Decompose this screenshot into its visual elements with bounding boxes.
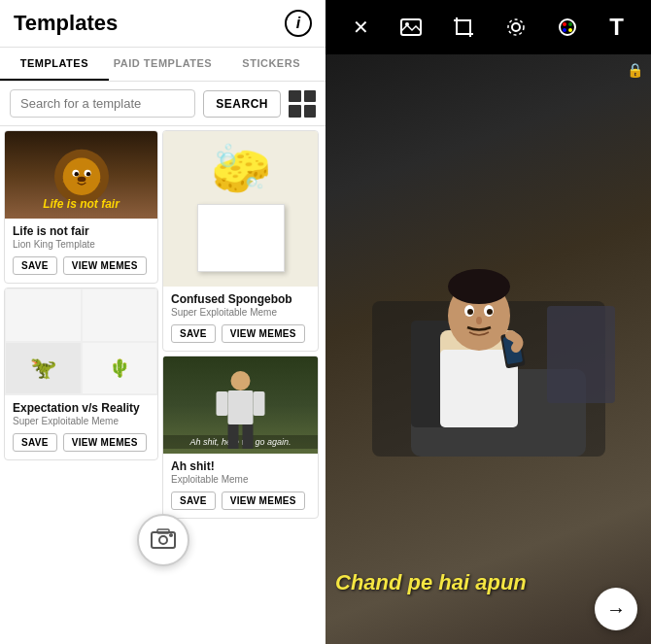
grid-cell (289, 90, 301, 103)
tab-stickers[interactable]: STICKERS (217, 48, 326, 81)
search-button[interactable]: SEARCH (203, 90, 281, 118)
svg-point-27 (568, 22, 572, 26)
fab-button[interactable] (137, 514, 189, 566)
svg-point-36 (448, 269, 510, 304)
grid-cell (304, 105, 317, 118)
book-area (197, 204, 285, 272)
svg-rect-15 (217, 391, 228, 416)
view-memes-button-spongebob[interactable]: VIEW MEMES (222, 324, 305, 343)
search-input[interactable] (10, 89, 195, 118)
exp-cell-dino: 🦖 (5, 342, 82, 395)
col-left: Life is not fair Life is not fair Lion K… (0, 126, 162, 644)
svg-point-20 (169, 533, 173, 537)
close-icon[interactable]: ✕ (353, 16, 369, 39)
meme-preview-area: 🔒 Chand pe hai apun (326, 54, 651, 644)
template-info-spongebob: Confused Spongebob Super Exploitable Mem… (163, 287, 318, 320)
settings-icon[interactable] (505, 17, 527, 38)
template-actions-gta: SAVE VIEW MEMES (163, 487, 318, 518)
watermark: 🔒 (627, 62, 643, 78)
svg-point-41 (476, 317, 482, 324)
exp-cell-2 (82, 288, 158, 342)
template-info-life: Life is not fair Lion King Template (5, 219, 157, 252)
meme-image-area: 🔒 (326, 54, 651, 644)
template-name-gta: Ah shit! (171, 459, 310, 473)
crop-icon[interactable] (453, 17, 474, 38)
meme-caption: Chand pe hai apun (335, 570, 641, 595)
svg-point-25 (560, 19, 575, 35)
grid-view-icon[interactable] (289, 90, 316, 118)
template-sub-gta: Exploitable Meme (171, 474, 310, 485)
svg-point-4 (74, 172, 78, 176)
template-info-expectation: Expectation v/s Reality Super Exploitabl… (5, 395, 157, 428)
template-name-expectation: Expectation v/s Reality (13, 401, 150, 415)
template-image-gta: Ah shit, here we go again. (163, 356, 318, 454)
template-name-life: Life is not fair (13, 224, 150, 238)
template-card-gta: Ah shit, here we go again. Ah shit! Expl… (162, 356, 319, 519)
template-name-spongebob: Confused Spongebob (171, 292, 310, 306)
save-button-spongebob[interactable]: SAVE (171, 324, 216, 343)
svg-point-39 (467, 309, 473, 315)
svg-point-24 (508, 19, 524, 35)
svg-rect-12 (228, 390, 254, 424)
template-image-spongebob: 🧽 (163, 131, 318, 287)
view-memes-button-gta[interactable]: VIEW MEMES (222, 491, 305, 510)
template-image-expectation: 🦖 🌵 (5, 288, 157, 395)
template-card-life: Life is not fair Life is not fair Lion K… (4, 130, 158, 284)
view-memes-button-life[interactable]: VIEW MEMES (63, 256, 147, 275)
svg-point-18 (159, 536, 167, 544)
svg-point-40 (487, 309, 493, 315)
image-icon[interactable] (400, 17, 422, 38)
template-sub-spongebob: Super Exploitable Meme (171, 307, 310, 318)
save-button-gta[interactable]: SAVE (171, 491, 216, 510)
info-icon[interactable]: i (285, 10, 312, 37)
sponge-emoji: 🧽 (211, 141, 271, 197)
template-actions-life: SAVE VIEW MEMES (5, 252, 157, 283)
text-icon[interactable]: T (609, 14, 624, 41)
template-info-gta: Ah shit! Exploitable Meme (163, 454, 318, 487)
meme-preview: 🔒 Chand pe hai apun (326, 54, 651, 644)
svg-point-23 (512, 23, 520, 31)
svg-point-28 (563, 28, 566, 32)
template-card-expectation: 🦖 🌵 Expectation v/s Reality Super Exploi… (4, 288, 158, 460)
save-button-expectation[interactable]: SAVE (13, 433, 57, 452)
view-memes-button-expectation[interactable]: VIEW MEMES (63, 433, 147, 452)
svg-rect-44 (547, 306, 615, 403)
search-bar: SEARCH (0, 82, 326, 126)
gta-svg (163, 356, 318, 454)
fab-icon (150, 526, 177, 554)
template-image-life: Life is not fair (5, 131, 157, 219)
svg-point-11 (231, 371, 251, 390)
palette-icon[interactable] (557, 17, 578, 38)
header: Templates i (0, 0, 326, 48)
template-sub-expectation: Super Exploitable Meme (13, 416, 150, 426)
svg-rect-16 (254, 391, 265, 416)
template-actions-spongebob: SAVE VIEW MEMES (163, 320, 318, 351)
col-right: 🧽 Confused Spongebob Super Exploitable M… (162, 126, 323, 644)
next-button[interactable]: → (595, 588, 637, 630)
app-title: Templates (14, 11, 118, 36)
svg-rect-13 (228, 424, 239, 449)
template-card-spongebob: 🧽 Confused Spongebob Super Exploitable M… (162, 130, 319, 352)
svg-point-26 (563, 22, 566, 26)
lion-caption: Life is not fair (5, 197, 157, 211)
template-actions-expectation: SAVE VIEW MEMES (5, 428, 157, 459)
right-toolbar: ✕ (326, 0, 651, 54)
template-sub-life: Lion King Template (13, 239, 150, 250)
person-in-car-svg (353, 223, 625, 476)
svg-point-6 (77, 177, 86, 182)
svg-point-29 (568, 28, 572, 32)
svg-rect-14 (243, 424, 254, 449)
tabs-bar: TEMPLATES PAID TEMPLATES STICKERS (0, 48, 326, 82)
svg-point-5 (86, 172, 89, 176)
exp-cell-4: 🌵 (82, 342, 158, 395)
tab-templates[interactable]: TEMPLATES (0, 48, 109, 81)
exp-cell-1 (5, 288, 82, 342)
templates-grid: Life is not fair Life is not fair Lion K… (0, 126, 326, 644)
grid-cell (289, 105, 301, 118)
right-panel: ✕ (326, 0, 651, 644)
grid-cell (304, 90, 317, 103)
tab-paid-templates[interactable]: PAID TEMPLATES (109, 48, 218, 81)
save-button-life[interactable]: SAVE (13, 256, 57, 275)
left-panel: Templates i TEMPLATES PAID TEMPLATES STI… (0, 0, 326, 644)
